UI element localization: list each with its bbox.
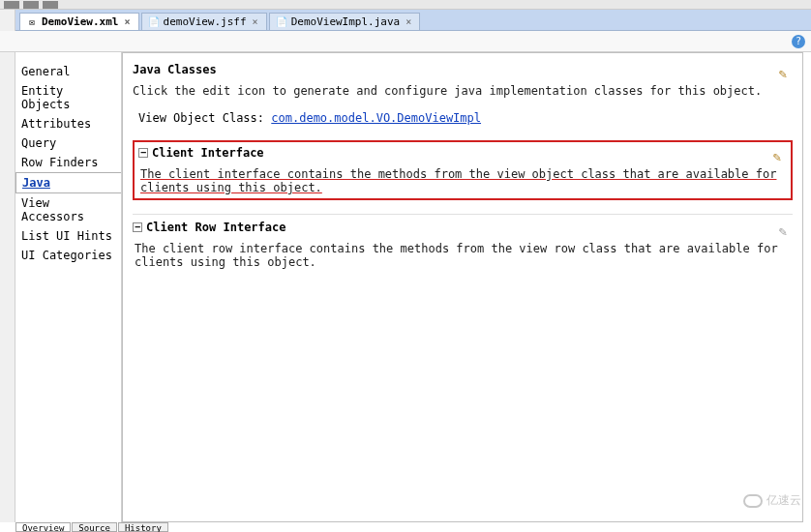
- client-interface-heading: − Client Interface: [138, 146, 264, 160]
- voc-label: View Object Class:: [138, 111, 271, 125]
- collapse-icon[interactable]: −: [138, 148, 148, 158]
- sidebar-item-list-ui-hints[interactable]: List UI Hints: [15, 226, 121, 246]
- file-tab-demoview-xml[interactable]: ✉ DemoView.xml ×: [19, 13, 139, 30]
- sidebar-nav: General Entity Objects Attributes Query …: [15, 52, 122, 522]
- bottom-tab-source[interactable]: Source: [72, 522, 117, 532]
- close-icon[interactable]: ×: [251, 16, 260, 27]
- xml-file-icon: ✉: [26, 16, 38, 28]
- java-classes-heading: Java Classes: [133, 63, 217, 76]
- sidebar-item-row-finders[interactable]: Row Finders: [15, 153, 121, 172]
- file-tab-demoview-jsff[interactable]: 📄 demoView.jsff ×: [141, 13, 267, 30]
- sub-toolbar: ?: [0, 31, 811, 52]
- bottom-tab-history[interactable]: History: [118, 522, 168, 532]
- jsff-file-icon: 📄: [148, 16, 160, 28]
- client-interface-section: − Client Interface ✎ The client interfac…: [133, 140, 793, 200]
- sidebar-item-ui-categories[interactable]: UI Categories: [15, 246, 121, 265]
- tab-label: DemoView.xml: [42, 15, 118, 28]
- java-classes-heading-row: Java Classes ✎: [133, 63, 793, 84]
- top-toolbar: [0, 0, 811, 10]
- editor-body: General Entity Objects Attributes Query …: [15, 52, 803, 522]
- client-interface-heading-row: − Client Interface ✎: [138, 146, 787, 167]
- sidebar-item-attributes[interactable]: Attributes: [15, 114, 121, 133]
- client-row-interface-desc: The client row interface contains the me…: [133, 242, 793, 269]
- bottom-tab-overview[interactable]: Overview: [15, 522, 71, 532]
- view-object-class-row: View Object Class: com.demo.model.VO.Dem…: [133, 111, 793, 125]
- file-tab-demoviewimpl-java[interactable]: 📄 DemoViewImpl.java ×: [269, 13, 421, 30]
- pencil-icon[interactable]: ✎: [773, 149, 781, 164]
- toolbar-icon[interactable]: [4, 1, 19, 9]
- sidebar-item-query[interactable]: Query: [15, 133, 121, 153]
- tab-label: demoView.jsff: [164, 15, 247, 28]
- voc-link[interactable]: com.demo.model.VO.DemoViewImpl: [271, 111, 481, 125]
- client-interface-desc: The client interface contains the method…: [138, 167, 787, 194]
- sidebar-item-view-accessors[interactable]: View Accessors: [15, 193, 121, 226]
- close-icon[interactable]: ×: [122, 16, 132, 27]
- java-classes-desc: Click the edit icon to generate and conf…: [133, 84, 793, 98]
- sidebar-item-entity-objects[interactable]: Entity Objects: [15, 81, 121, 114]
- heading-text: Client Row Interface: [146, 221, 286, 234]
- help-icon[interactable]: ?: [792, 35, 805, 48]
- pencil-icon[interactable]: ✎: [779, 223, 787, 239]
- client-row-interface-heading-row: − Client Row Interface ✎: [133, 221, 793, 242]
- pencil-icon[interactable]: ✎: [779, 66, 787, 81]
- toolbar-icon[interactable]: [23, 1, 39, 9]
- toolbar-icon[interactable]: [43, 1, 58, 9]
- collapse-icon[interactable]: −: [133, 222, 142, 232]
- client-row-interface-section: − Client Row Interface ✎ The client row …: [133, 214, 793, 269]
- editor-gutter: [0, 10, 15, 522]
- file-tabs-row: ✉ DemoView.xml × 📄 demoView.jsff × 📄 Dem…: [0, 10, 811, 31]
- heading-text: Client Interface: [152, 146, 264, 160]
- sidebar-item-java[interactable]: Java: [15, 172, 121, 193]
- sidebar-item-general[interactable]: General: [15, 62, 121, 81]
- java-file-icon: 📄: [276, 16, 287, 28]
- client-row-interface-heading: − Client Row Interface: [133, 221, 286, 234]
- tab-label: DemoViewImpl.java: [291, 15, 401, 28]
- bottom-tabs: Overview Source History: [15, 522, 169, 532]
- main-panel: Java Classes ✎ Click the edit icon to ge…: [122, 52, 803, 522]
- close-icon[interactable]: ×: [404, 16, 413, 27]
